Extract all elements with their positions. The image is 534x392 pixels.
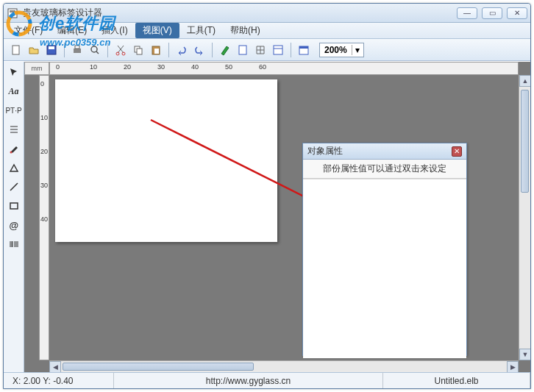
window-title: 贵友玻璃标签设计器 (23, 7, 457, 19)
maximize-button[interactable]: ▭ (482, 7, 502, 19)
grid-button[interactable] (252, 42, 268, 58)
zoom-value: 200% (320, 45, 352, 55)
paragraph-tool[interactable]: PT·P (6, 103, 22, 118)
scrollbar-vertical[interactable]: ▲ ▼ (519, 75, 530, 360)
svg-rect-6 (75, 46, 79, 49)
scroll-right-icon[interactable]: ▶ (507, 361, 519, 372)
window-buttons: — ▭ ✕ (457, 7, 527, 19)
menu-insert[interactable]: 插入(I) (94, 23, 135, 38)
toolbar: 200% ▾ (4, 39, 530, 61)
svg-rect-5 (74, 49, 81, 53)
print-button[interactable] (69, 42, 85, 58)
app-window: 贵友玻璃标签设计器 — ▭ ✕ 文件(F) 编辑(E) 插入(I) 视图(V) … (3, 3, 531, 389)
text-tool[interactable]: Aa (6, 84, 22, 99)
page-setup-button[interactable] (235, 42, 251, 58)
svg-rect-19 (299, 46, 308, 49)
svg-point-20 (10, 152, 12, 154)
scroll-up-icon[interactable]: ▲ (519, 75, 530, 87)
design-page[interactable] (55, 79, 277, 242)
toolbar-separator (212, 43, 213, 57)
scroll-left-icon[interactable]: ◀ (49, 361, 61, 372)
menu-edit[interactable]: 编辑(E) (50, 23, 94, 38)
paste-button[interactable] (148, 42, 164, 58)
copy-button[interactable] (130, 42, 146, 58)
svg-rect-0 (8, 9, 17, 18)
ruler-unit: mm (24, 62, 49, 75)
svg-rect-14 (154, 49, 159, 54)
toolbar-separator (107, 43, 108, 57)
properties-titlebar[interactable]: 对象属性 ✕ (303, 143, 466, 160)
undo-button[interactable] (174, 42, 190, 58)
open-button[interactable] (26, 42, 42, 58)
canvas-area: mm 0 10 20 30 40 50 60 0 10 20 30 40 (24, 62, 530, 372)
properties-hint: 部份属性值可以通过双击来设定 (303, 160, 466, 179)
save-button[interactable] (43, 42, 60, 58)
properties-panel: 对象属性 ✕ 部份属性值可以通过双击来设定 (302, 143, 467, 356)
redo-button[interactable] (191, 42, 207, 58)
line-tool[interactable] (6, 179, 22, 194)
menu-help[interactable]: 帮助(H) (223, 23, 268, 38)
titlebar: 贵友玻璃标签设计器 — ▭ ✕ (4, 4, 530, 23)
svg-line-21 (10, 183, 18, 190)
svg-rect-4 (49, 46, 54, 49)
workspace: Aa PT·P @ mm 0 10 20 30 40 50 60 0 1 (4, 62, 530, 372)
svg-rect-12 (137, 49, 142, 54)
preview-button[interactable] (87, 42, 103, 58)
toolbar-separator (291, 43, 291, 57)
close-button[interactable]: ✕ (507, 7, 527, 19)
toolbar-separator (64, 43, 65, 57)
toolbar-separator (168, 43, 169, 57)
svg-rect-1 (10, 10, 15, 13)
brush-tool[interactable] (6, 141, 22, 156)
menu-view[interactable]: 视图(V) (135, 23, 179, 38)
svg-line-8 (96, 51, 99, 54)
barcode-tool[interactable] (6, 237, 22, 252)
calendar-button[interactable] (296, 42, 312, 58)
statusbar: X: 2.00 Y: -0.40 http://www.gyglass.cn U… (4, 372, 530, 388)
status-filename: Untitled.elb (383, 373, 530, 388)
chevron-down-icon[interactable]: ▾ (352, 45, 363, 55)
status-coords: X: 2.00 Y: -0.40 (4, 373, 114, 388)
properties-button[interactable] (270, 42, 286, 58)
zoom-selector[interactable]: 200% ▾ (319, 43, 364, 57)
cut-button[interactable] (113, 42, 129, 58)
menu-file[interactable]: 文件(F) (7, 23, 50, 38)
svg-point-7 (91, 46, 97, 52)
scroll-thumb[interactable] (63, 363, 254, 371)
ruler-horizontal: 0 10 20 30 40 50 60 (49, 62, 519, 75)
properties-title: 对象属性 (307, 145, 452, 157)
new-button[interactable] (8, 42, 24, 58)
menu-tools[interactable]: 工具(T) (179, 23, 223, 38)
shape-tool[interactable] (6, 160, 22, 175)
select-tool[interactable] (6, 65, 22, 79)
scroll-down-icon[interactable]: ▼ (519, 349, 530, 360)
minimize-button[interactable]: — (457, 7, 477, 19)
app-icon (7, 7, 18, 19)
properties-body (303, 179, 466, 358)
status-url: http://www.gyglass.cn (114, 373, 383, 388)
svg-rect-2 (13, 46, 19, 54)
scrollbar-horizontal[interactable]: ◀ ▶ (49, 360, 519, 372)
list-tool[interactable] (6, 122, 22, 137)
svg-rect-15 (239, 46, 246, 54)
rect-tool[interactable] (6, 199, 22, 213)
svg-rect-16 (274, 46, 282, 54)
design-button[interactable] (217, 42, 233, 58)
close-icon[interactable]: ✕ (452, 146, 462, 157)
tool-palette: Aa PT·P @ (4, 62, 24, 372)
scroll-thumb[interactable] (521, 90, 529, 193)
menubar: 文件(F) 编辑(E) 插入(I) 视图(V) 工具(T) 帮助(H) (4, 23, 530, 39)
svg-rect-22 (10, 203, 18, 209)
ruler-vertical: 0 10 20 30 40 (39, 75, 49, 360)
at-tool[interactable]: @ (6, 218, 22, 232)
